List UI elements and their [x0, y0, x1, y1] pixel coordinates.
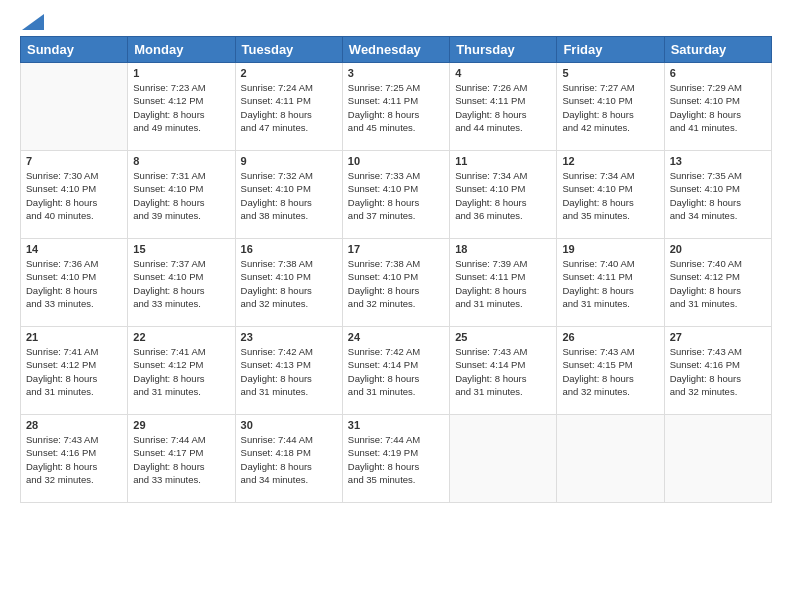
day-info: Sunrise: 7:42 AM Sunset: 4:13 PM Dayligh… [241, 345, 337, 398]
calendar-day-cell: 31Sunrise: 7:44 AM Sunset: 4:19 PM Dayli… [342, 415, 449, 503]
day-number: 3 [348, 67, 444, 79]
day-info: Sunrise: 7:38 AM Sunset: 4:10 PM Dayligh… [348, 257, 444, 310]
day-info: Sunrise: 7:25 AM Sunset: 4:11 PM Dayligh… [348, 81, 444, 134]
calendar-day-header: Monday [128, 37, 235, 63]
day-number: 21 [26, 331, 122, 343]
day-number: 12 [562, 155, 658, 167]
calendar-day-cell: 30Sunrise: 7:44 AM Sunset: 4:18 PM Dayli… [235, 415, 342, 503]
calendar-day-cell: 5Sunrise: 7:27 AM Sunset: 4:10 PM Daylig… [557, 63, 664, 151]
calendar-day-header: Friday [557, 37, 664, 63]
calendar-week-row: 7Sunrise: 7:30 AM Sunset: 4:10 PM Daylig… [21, 151, 772, 239]
calendar-day-cell: 16Sunrise: 7:38 AM Sunset: 4:10 PM Dayli… [235, 239, 342, 327]
calendar-day-header: Sunday [21, 37, 128, 63]
day-info: Sunrise: 7:35 AM Sunset: 4:10 PM Dayligh… [670, 169, 766, 222]
svg-marker-0 [22, 14, 44, 30]
calendar-week-row: 21Sunrise: 7:41 AM Sunset: 4:12 PM Dayli… [21, 327, 772, 415]
day-number: 16 [241, 243, 337, 255]
calendar-day-cell: 13Sunrise: 7:35 AM Sunset: 4:10 PM Dayli… [664, 151, 771, 239]
day-info: Sunrise: 7:44 AM Sunset: 4:17 PM Dayligh… [133, 433, 229, 486]
day-info: Sunrise: 7:44 AM Sunset: 4:18 PM Dayligh… [241, 433, 337, 486]
day-info: Sunrise: 7:43 AM Sunset: 4:15 PM Dayligh… [562, 345, 658, 398]
calendar-day-cell: 10Sunrise: 7:33 AM Sunset: 4:10 PM Dayli… [342, 151, 449, 239]
day-info: Sunrise: 7:44 AM Sunset: 4:19 PM Dayligh… [348, 433, 444, 486]
day-number: 29 [133, 419, 229, 431]
calendar-day-cell: 15Sunrise: 7:37 AM Sunset: 4:10 PM Dayli… [128, 239, 235, 327]
day-number: 23 [241, 331, 337, 343]
day-number: 19 [562, 243, 658, 255]
day-info: Sunrise: 7:32 AM Sunset: 4:10 PM Dayligh… [241, 169, 337, 222]
day-number: 13 [670, 155, 766, 167]
calendar-day-cell: 17Sunrise: 7:38 AM Sunset: 4:10 PM Dayli… [342, 239, 449, 327]
day-info: Sunrise: 7:24 AM Sunset: 4:11 PM Dayligh… [241, 81, 337, 134]
calendar-day-cell: 25Sunrise: 7:43 AM Sunset: 4:14 PM Dayli… [450, 327, 557, 415]
day-info: Sunrise: 7:43 AM Sunset: 4:16 PM Dayligh… [670, 345, 766, 398]
calendar-header-row: SundayMondayTuesdayWednesdayThursdayFrid… [21, 37, 772, 63]
calendar-day-cell: 19Sunrise: 7:40 AM Sunset: 4:11 PM Dayli… [557, 239, 664, 327]
day-info: Sunrise: 7:43 AM Sunset: 4:14 PM Dayligh… [455, 345, 551, 398]
day-number: 30 [241, 419, 337, 431]
day-number: 26 [562, 331, 658, 343]
day-number: 11 [455, 155, 551, 167]
page: SundayMondayTuesdayWednesdayThursdayFrid… [0, 0, 792, 612]
calendar-day-cell: 9Sunrise: 7:32 AM Sunset: 4:10 PM Daylig… [235, 151, 342, 239]
day-info: Sunrise: 7:26 AM Sunset: 4:11 PM Dayligh… [455, 81, 551, 134]
calendar-day-cell: 22Sunrise: 7:41 AM Sunset: 4:12 PM Dayli… [128, 327, 235, 415]
calendar-day-header: Thursday [450, 37, 557, 63]
day-info: Sunrise: 7:33 AM Sunset: 4:10 PM Dayligh… [348, 169, 444, 222]
day-info: Sunrise: 7:40 AM Sunset: 4:12 PM Dayligh… [670, 257, 766, 310]
day-info: Sunrise: 7:36 AM Sunset: 4:10 PM Dayligh… [26, 257, 122, 310]
day-number: 24 [348, 331, 444, 343]
calendar-day-cell [664, 415, 771, 503]
day-number: 14 [26, 243, 122, 255]
day-info: Sunrise: 7:38 AM Sunset: 4:10 PM Dayligh… [241, 257, 337, 310]
day-info: Sunrise: 7:37 AM Sunset: 4:10 PM Dayligh… [133, 257, 229, 310]
calendar-day-cell: 12Sunrise: 7:34 AM Sunset: 4:10 PM Dayli… [557, 151, 664, 239]
calendar-day-cell: 4Sunrise: 7:26 AM Sunset: 4:11 PM Daylig… [450, 63, 557, 151]
calendar-day-cell: 21Sunrise: 7:41 AM Sunset: 4:12 PM Dayli… [21, 327, 128, 415]
day-number: 5 [562, 67, 658, 79]
day-info: Sunrise: 7:30 AM Sunset: 4:10 PM Dayligh… [26, 169, 122, 222]
calendar: SundayMondayTuesdayWednesdayThursdayFrid… [20, 36, 772, 503]
day-number: 31 [348, 419, 444, 431]
day-number: 25 [455, 331, 551, 343]
calendar-day-cell: 26Sunrise: 7:43 AM Sunset: 4:15 PM Dayli… [557, 327, 664, 415]
calendar-day-cell [21, 63, 128, 151]
calendar-day-cell: 2Sunrise: 7:24 AM Sunset: 4:11 PM Daylig… [235, 63, 342, 151]
calendar-day-cell: 24Sunrise: 7:42 AM Sunset: 4:14 PM Dayli… [342, 327, 449, 415]
day-info: Sunrise: 7:31 AM Sunset: 4:10 PM Dayligh… [133, 169, 229, 222]
day-number: 1 [133, 67, 229, 79]
calendar-day-cell: 29Sunrise: 7:44 AM Sunset: 4:17 PM Dayli… [128, 415, 235, 503]
calendar-week-row: 1Sunrise: 7:23 AM Sunset: 4:12 PM Daylig… [21, 63, 772, 151]
calendar-day-cell: 7Sunrise: 7:30 AM Sunset: 4:10 PM Daylig… [21, 151, 128, 239]
calendar-day-header: Saturday [664, 37, 771, 63]
header [20, 18, 772, 26]
calendar-day-cell: 28Sunrise: 7:43 AM Sunset: 4:16 PM Dayli… [21, 415, 128, 503]
calendar-day-cell: 23Sunrise: 7:42 AM Sunset: 4:13 PM Dayli… [235, 327, 342, 415]
calendar-day-cell: 6Sunrise: 7:29 AM Sunset: 4:10 PM Daylig… [664, 63, 771, 151]
calendar-day-cell: 1Sunrise: 7:23 AM Sunset: 4:12 PM Daylig… [128, 63, 235, 151]
calendar-day-cell: 27Sunrise: 7:43 AM Sunset: 4:16 PM Dayli… [664, 327, 771, 415]
day-info: Sunrise: 7:41 AM Sunset: 4:12 PM Dayligh… [133, 345, 229, 398]
calendar-day-cell: 3Sunrise: 7:25 AM Sunset: 4:11 PM Daylig… [342, 63, 449, 151]
day-number: 8 [133, 155, 229, 167]
calendar-day-cell: 20Sunrise: 7:40 AM Sunset: 4:12 PM Dayli… [664, 239, 771, 327]
day-info: Sunrise: 7:27 AM Sunset: 4:10 PM Dayligh… [562, 81, 658, 134]
day-info: Sunrise: 7:39 AM Sunset: 4:11 PM Dayligh… [455, 257, 551, 310]
day-number: 20 [670, 243, 766, 255]
calendar-week-row: 14Sunrise: 7:36 AM Sunset: 4:10 PM Dayli… [21, 239, 772, 327]
calendar-day-cell: 18Sunrise: 7:39 AM Sunset: 4:11 PM Dayli… [450, 239, 557, 327]
day-number: 10 [348, 155, 444, 167]
logo [20, 18, 44, 26]
day-info: Sunrise: 7:29 AM Sunset: 4:10 PM Dayligh… [670, 81, 766, 134]
calendar-day-cell: 11Sunrise: 7:34 AM Sunset: 4:10 PM Dayli… [450, 151, 557, 239]
calendar-week-row: 28Sunrise: 7:43 AM Sunset: 4:16 PM Dayli… [21, 415, 772, 503]
calendar-day-header: Wednesday [342, 37, 449, 63]
day-info: Sunrise: 7:34 AM Sunset: 4:10 PM Dayligh… [562, 169, 658, 222]
day-info: Sunrise: 7:40 AM Sunset: 4:11 PM Dayligh… [562, 257, 658, 310]
calendar-day-cell: 8Sunrise: 7:31 AM Sunset: 4:10 PM Daylig… [128, 151, 235, 239]
day-info: Sunrise: 7:41 AM Sunset: 4:12 PM Dayligh… [26, 345, 122, 398]
day-number: 4 [455, 67, 551, 79]
day-info: Sunrise: 7:43 AM Sunset: 4:16 PM Dayligh… [26, 433, 122, 486]
day-number: 6 [670, 67, 766, 79]
calendar-day-cell [557, 415, 664, 503]
